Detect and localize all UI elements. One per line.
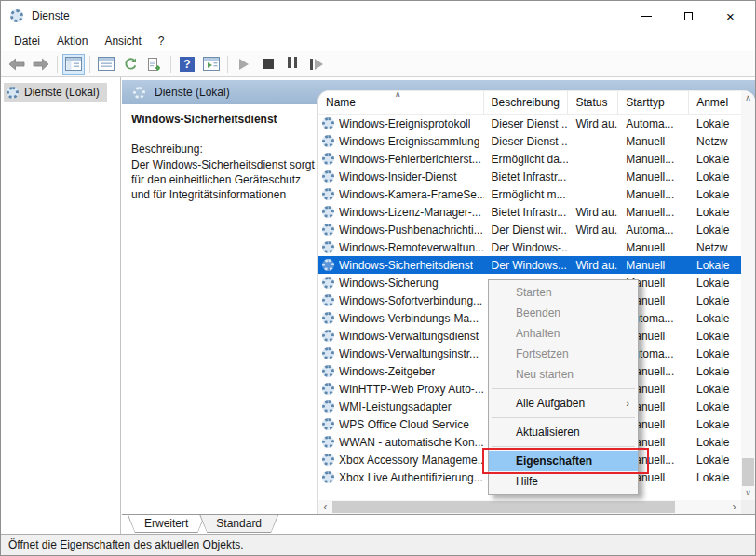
- menubar-item-aktion[interactable]: Aktion: [48, 33, 96, 49]
- restart-service-icon[interactable]: [305, 54, 328, 75]
- context-menu-item-anhalten[interactable]: Anhalten: [489, 323, 638, 344]
- service-logon-cell: Lokale: [689, 224, 741, 237]
- service-logon-cell: Netzw: [689, 241, 741, 254]
- service-name-cell: Windows-Verbindungs-Ma...: [318, 312, 484, 325]
- table-row[interactable]: Windows-Fehlerberichterst...Ermöglicht d…: [318, 150, 741, 168]
- table-row[interactable]: Windows-Pushbenachrichti...Der Dienst wi…: [318, 221, 741, 238]
- service-gear-icon: [322, 400, 334, 413]
- description-text: Der Windows-Sicherheitsdienst sorgt für …: [131, 157, 316, 202]
- table-row[interactable]: Windows-EreignissammlungDieser Dienst ..…: [318, 132, 741, 150]
- scroll-right-icon[interactable]: ›: [727, 500, 741, 514]
- stop-service-icon[interactable]: [257, 54, 279, 75]
- column-header-starttyp[interactable]: Starttyp: [618, 91, 689, 114]
- forward-icon[interactable]: [30, 54, 52, 75]
- service-logon-cell: Lokale: [689, 383, 741, 396]
- menubar-item-?[interactable]: ?: [150, 33, 173, 49]
- column-header-name[interactable]: Name: [318, 91, 484, 114]
- context-menu-item-aktualisieren[interactable]: Aktualisieren: [489, 422, 638, 442]
- service-starttype-cell: Manuell...: [618, 153, 689, 166]
- service-logon-cell: Lokale: [689, 277, 741, 290]
- minimize-button[interactable]: [626, 1, 668, 31]
- pause-service-icon[interactable]: [281, 54, 304, 75]
- toolbar-separator: [227, 56, 228, 73]
- horizontal-scroll-thumb[interactable]: [332, 501, 675, 513]
- app-gear-icon: [10, 9, 23, 22]
- context-menu-separator: [492, 417, 635, 418]
- start-service-icon[interactable]: [233, 54, 255, 75]
- properties-icon[interactable]: [95, 54, 117, 75]
- service-starttype-cell: Manuell: [618, 241, 689, 254]
- service-gear-icon: [322, 383, 334, 395]
- scroll-down-icon[interactable]: ∨: [741, 486, 755, 500]
- main-panel: Dienste (Lokal) Windows-Sicherheitsdiens…: [122, 77, 755, 534]
- back-icon[interactable]: [6, 54, 28, 75]
- services-gear-icon: [133, 87, 145, 99]
- tab-erweitert[interactable]: Erweitert: [128, 515, 205, 533]
- maximize-button[interactable]: [668, 1, 709, 31]
- service-name-text: Xbox Live Authentifizierung...: [339, 471, 483, 484]
- service-logon-cell: Lokale: [689, 330, 741, 343]
- service-name-cell: Windows-Zeitgeber: [318, 365, 484, 378]
- close-button[interactable]: ×: [709, 1, 751, 31]
- window-title: Dienste: [32, 9, 70, 22]
- service-name-text: Windows-Sofortverbindung...: [339, 294, 482, 307]
- maximize-icon: [684, 12, 693, 20]
- service-gear-icon: [322, 471, 334, 483]
- service-gear-icon: [322, 454, 334, 466]
- service-name-text: Windows-Ereignisprotokoll: [339, 117, 470, 130]
- context-menu-item-hilfe[interactable]: Hilfe: [489, 471, 638, 492]
- vertical-scroll-thumb[interactable]: [742, 458, 754, 486]
- tab-standard[interactable]: Standard: [199, 515, 278, 533]
- scroll-left-icon[interactable]: ‹: [318, 500, 332, 514]
- service-description-cell: Dieser Dienst ...: [484, 135, 569, 148]
- table-row[interactable]: Windows-Lizenz-Manager-...Bietet Infrast…: [318, 203, 741, 221]
- help-icon[interactable]: ?: [176, 54, 198, 75]
- context-menu-item-neu-starten[interactable]: Neu starten: [489, 364, 638, 385]
- service-starttype-cell: Automa...: [618, 117, 689, 130]
- service-status-cell: Wird au...: [568, 206, 618, 219]
- context-menu-item-label: Fortsetzen: [516, 347, 569, 360]
- export-list-icon[interactable]: [143, 54, 166, 75]
- context-menu-item-label: Hilfe: [516, 475, 538, 488]
- service-gear-icon: [322, 241, 334, 253]
- tree-item-dienste-lokal[interactable]: Dienste (Lokal): [4, 83, 107, 102]
- horizontal-scrollbar[interactable]: ‹ ›: [318, 500, 741, 514]
- service-description-cell: Ermöglicht m...: [484, 188, 569, 201]
- context-menu-item-starten[interactable]: Starten: [489, 282, 638, 303]
- submenu-arrow-icon: ›: [626, 393, 629, 414]
- service-description-cell: Bietet Infrastr...: [484, 206, 569, 219]
- service-name-text: Windows-Ereignissammlung: [339, 135, 479, 148]
- context-menu-item-eigenschaften[interactable]: Eigenschaften: [489, 451, 638, 471]
- service-name-cell: WPS Office Cloud Service: [318, 418, 484, 431]
- menubar-item-ansicht[interactable]: Ansicht: [96, 33, 149, 49]
- menubar-item-datei[interactable]: Datei: [6, 33, 48, 49]
- refresh-icon[interactable]: [119, 54, 142, 75]
- table-row[interactable]: Windows-SicherheitsdienstDer Windows...W…: [318, 256, 741, 274]
- service-name-cell: Windows-Pushbenachrichti...: [318, 224, 484, 237]
- service-description-cell: Der Windows...: [484, 259, 569, 272]
- console-body: Dienste (Lokal) Dienste (Lokal) Windows-…: [1, 77, 755, 534]
- context-menu-item-beenden[interactable]: Beenden: [489, 303, 638, 323]
- show-console-tree-icon[interactable]: [62, 54, 85, 75]
- service-status-cell: Wird au...: [568, 259, 618, 272]
- context-menu-item-alle-aufgaben[interactable]: Alle Aufgaben›: [489, 393, 638, 414]
- scrollbar-corner: [741, 500, 755, 514]
- panel-header-label: Dienste (Lokal): [155, 86, 230, 99]
- service-name-text: WWAN - automatische Kon...: [339, 436, 484, 449]
- table-row[interactable]: Windows-Insider-DienstBietet Infrastr...…: [318, 168, 741, 185]
- column-header-beschreibung[interactable]: Beschreibung: [484, 91, 569, 114]
- vertical-scrollbar[interactable]: ∧ ∨: [741, 91, 755, 500]
- service-gear-icon: [322, 117, 334, 129]
- table-row[interactable]: Windows-EreignisprotokollDieser Dienst .…: [318, 115, 741, 132]
- service-name-cell: Windows-Verwaltungsinstr...: [318, 347, 484, 360]
- service-name-text: Windows-Sicherheitsdienst: [339, 259, 473, 272]
- service-logon-cell: Lokale: [689, 454, 741, 467]
- extended-view-icon[interactable]: [200, 54, 223, 75]
- context-menu-item-label: Starten: [516, 286, 552, 299]
- table-row[interactable]: Windows-Kamera-FrameSe...Ermöglicht m...…: [318, 185, 741, 203]
- service-status-cell: Wird au...: [568, 117, 618, 130]
- context-menu-item-fortsetzen[interactable]: Fortsetzen: [489, 344, 638, 364]
- column-header-anmel[interactable]: Anmel: [689, 91, 741, 114]
- table-row[interactable]: Windows-Remoteverwaltun...Der Windows-..…: [318, 238, 741, 256]
- column-header-status[interactable]: Status: [568, 91, 618, 114]
